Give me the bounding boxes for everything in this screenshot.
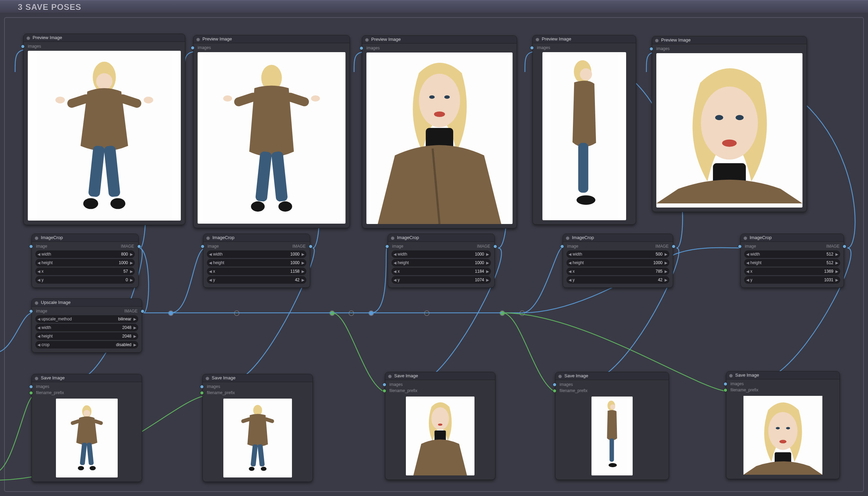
- param-height[interactable]: ◀height1000▶: [207, 259, 306, 267]
- param-y[interactable]: ◀y42▶: [566, 276, 669, 284]
- input-port-images[interactable]: [649, 47, 653, 51]
- input-port-images[interactable]: [383, 383, 386, 387]
- input-port-images[interactable]: [530, 46, 534, 50]
- input-port-image[interactable]: [738, 245, 742, 248]
- increment-icon[interactable]: ▶: [130, 278, 133, 282]
- collapse-icon[interactable]: [206, 236, 210, 240]
- node-header[interactable]: Save Image: [726, 371, 840, 379]
- save-thumb[interactable]: [56, 399, 118, 477]
- output-port-image[interactable]: [843, 245, 846, 248]
- save-thumb[interactable]: [223, 399, 292, 477]
- node-header[interactable]: ImageCrop: [741, 234, 844, 242]
- node-header[interactable]: ImageCrop: [32, 234, 138, 242]
- param-width[interactable]: ◀width1000▶: [391, 250, 491, 258]
- node-preview-image-2[interactable]: Preview Image images: [193, 35, 350, 228]
- collapse-icon[interactable]: [35, 301, 38, 305]
- collapse-icon[interactable]: [35, 236, 38, 240]
- node-preview-image-1[interactable]: Preview Image images: [23, 34, 185, 225]
- input-port-images[interactable]: [724, 382, 727, 386]
- input-port-images[interactable]: [21, 45, 25, 48]
- node-header[interactable]: ImageCrop: [203, 234, 310, 242]
- param-height[interactable]: ◀height1000▶: [35, 259, 135, 267]
- param-height[interactable]: ◀height2048▶: [35, 332, 138, 340]
- input-port-image[interactable]: [560, 245, 564, 248]
- decrement-icon[interactable]: ◀: [37, 252, 40, 257]
- node-header[interactable]: Save Image: [555, 372, 669, 380]
- preview-thumb[interactable]: [542, 52, 626, 220]
- collapse-icon[interactable]: [206, 377, 209, 380]
- input-port-images[interactable]: [29, 385, 33, 389]
- output-port-image[interactable]: [141, 309, 144, 313]
- param-height[interactable]: ◀height512▶: [744, 259, 840, 267]
- param-width[interactable]: ◀width500▶: [566, 250, 669, 258]
- preview-thumb[interactable]: [656, 53, 802, 208]
- node-imagecrop-1[interactable]: ImageCrop image IMAGE ◀width800▶ ◀height…: [32, 234, 139, 288]
- node-canvas[interactable]: Preview Image images: [0, 0, 868, 496]
- output-port-image[interactable]: [493, 245, 497, 248]
- collapse-icon[interactable]: [391, 236, 395, 240]
- node-imagecrop-3[interactable]: ImageCrop imageIMAGE ◀width1000▶ ◀height…: [388, 234, 495, 288]
- node-header[interactable]: Upscale Image: [32, 299, 142, 307]
- node-save-image-2[interactable]: Save Image images filename_prefix: [202, 374, 313, 482]
- collapse-icon[interactable]: [536, 38, 539, 42]
- input-port-filename-prefix[interactable]: [724, 388, 727, 392]
- input-port-images[interactable]: [360, 46, 363, 50]
- decrement-icon[interactable]: ◀: [37, 269, 40, 274]
- input-port-filename-prefix[interactable]: [553, 389, 556, 393]
- preview-thumb[interactable]: [28, 51, 181, 221]
- output-port-image[interactable]: [309, 245, 313, 248]
- node-preview-image-3[interactable]: Preview Image images: [362, 35, 517, 228]
- input-port-images[interactable]: [200, 385, 204, 389]
- node-preview-image-5[interactable]: Preview Image images: [652, 36, 807, 212]
- node-imagecrop-2[interactable]: ImageCrop imageIMAGE ◀width1000▶ ◀height…: [203, 234, 310, 288]
- param-width[interactable]: ◀width1000▶: [207, 250, 306, 258]
- node-header[interactable]: Save Image: [32, 374, 142, 382]
- decrement-icon[interactable]: ◀: [37, 278, 40, 282]
- collapse-icon[interactable]: [743, 236, 747, 240]
- node-save-image-1[interactable]: Save Image images filename_prefix: [32, 374, 142, 482]
- param-y[interactable]: ◀y1031▶: [744, 276, 840, 284]
- increment-icon[interactable]: ▶: [130, 252, 133, 257]
- node-header[interactable]: Preview Image: [533, 35, 636, 43]
- param-x[interactable]: ◀x1184▶: [391, 268, 491, 275]
- collapse-icon[interactable]: [655, 39, 659, 43]
- collapse-icon[interactable]: [558, 375, 562, 378]
- preview-thumb[interactable]: [366, 52, 513, 224]
- param-height[interactable]: ◀height1000▶: [391, 259, 491, 267]
- save-thumb[interactable]: [743, 396, 822, 475]
- node-header[interactable]: Preview Image: [362, 36, 517, 44]
- node-header[interactable]: Preview Image: [193, 35, 350, 43]
- param-y[interactable]: ◀y1074▶: [391, 276, 491, 284]
- input-port-image[interactable]: [201, 245, 204, 248]
- save-thumb[interactable]: [591, 397, 633, 475]
- param-width[interactable]: ◀width800▶: [35, 250, 135, 258]
- node-imagecrop-5[interactable]: ImageCrop imageIMAGE ◀width512▶ ◀height5…: [740, 234, 844, 288]
- node-preview-image-4[interactable]: Preview Image images: [532, 35, 636, 225]
- param-y[interactable]: ◀y42▶: [207, 276, 306, 284]
- node-header[interactable]: ImageCrop: [563, 234, 673, 242]
- node-header[interactable]: ImageCrop: [388, 234, 494, 242]
- node-header[interactable]: Save Image: [203, 374, 313, 382]
- param-x[interactable]: ◀x1369▶: [744, 268, 840, 275]
- output-port-image[interactable]: [137, 245, 141, 248]
- increment-icon[interactable]: ▶: [130, 269, 133, 274]
- node-save-image-4[interactable]: Save Image images filename_prefix: [555, 372, 669, 480]
- node-save-image-5[interactable]: Save Image images filename_prefix: [726, 371, 840, 479]
- preview-thumb[interactable]: [198, 52, 345, 224]
- input-port-image[interactable]: [29, 309, 33, 313]
- param-width[interactable]: ◀width2048▶: [35, 324, 138, 331]
- input-port-image[interactable]: [385, 245, 389, 248]
- node-imagecrop-4[interactable]: ImageCrop imageIMAGE ◀width500▶ ◀height1…: [563, 234, 673, 288]
- param-x[interactable]: ◀x785▶: [566, 268, 669, 275]
- param-width[interactable]: ◀width512▶: [744, 250, 840, 258]
- param-crop[interactable]: ◀cropdisabled▶: [35, 341, 138, 349]
- param-x[interactable]: ◀x1158▶: [207, 268, 306, 275]
- output-port-image[interactable]: [672, 245, 676, 248]
- collapse-icon[interactable]: [388, 375, 392, 378]
- param-x[interactable]: ◀x57▶: [35, 268, 135, 275]
- collapse-icon[interactable]: [566, 236, 570, 240]
- collapse-icon[interactable]: [196, 38, 200, 42]
- node-save-image-3[interactable]: Save Image images filename_prefix: [385, 372, 495, 480]
- node-upscale-image[interactable]: Upscale Image image IMAGE ◀upscale_metho…: [32, 298, 142, 353]
- param-y[interactable]: ◀y0▶: [35, 276, 135, 284]
